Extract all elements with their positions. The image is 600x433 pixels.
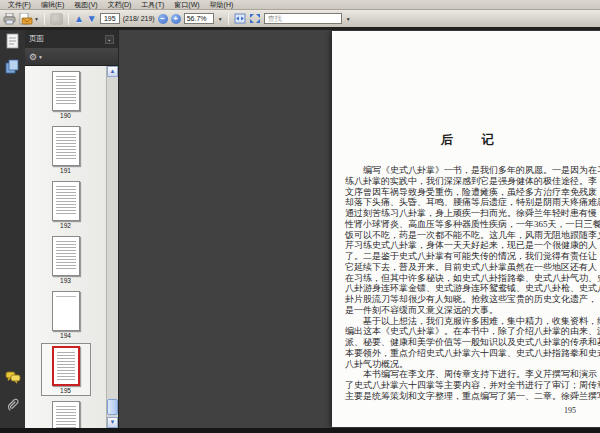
thumbnail-text-preview xyxy=(56,406,76,428)
page-thumbnail[interactable] xyxy=(52,71,80,111)
text-line: 文序曾因车祸导致身受重伤，险遭瘫痪，虽经多方治疗幸免残废， xyxy=(345,187,600,198)
page-number-input[interactable] xyxy=(100,13,120,24)
text-line: 主要是统筹策划和文字整理，重点编写了第一、二章。徐舜兰撰写 xyxy=(345,391,600,402)
text-line: 基于以上想法，我们克服许多困难，集中精力，收集资料，终于 xyxy=(345,316,600,327)
thumbnail-item: 191 xyxy=(41,123,91,176)
text-line: 性肾小球肾炎、高血压等多种器质性疾病，一年365天，一日三餐， xyxy=(345,219,600,230)
page-thumbnail[interactable] xyxy=(52,181,80,221)
attachments-panel-tab[interactable] xyxy=(6,396,19,416)
text-line: 是一件刻不容缓而又意义深远的大事。 xyxy=(345,305,600,316)
panel-toolbar: ⚙ ▼ xyxy=(25,48,118,66)
email-dropdown-caret[interactable]: ▼ xyxy=(34,16,39,22)
fit-page-button[interactable] xyxy=(249,12,261,26)
document-view[interactable]: 后 记 编写《史式八卦掌》一书，是我们多年的夙愿。一是因为在习练八卦掌的实践中，… xyxy=(119,30,600,428)
page-thumbnail[interactable] xyxy=(52,291,80,331)
page-title: 后 记 xyxy=(332,132,600,149)
options-gear-caret[interactable]: ▼ xyxy=(38,54,43,60)
thumbnail-text-preview xyxy=(57,352,75,380)
find-input[interactable] xyxy=(264,13,342,24)
text-line: 编写《史式八卦掌》一书，是我们多年的夙愿。一是因为在习 xyxy=(345,165,600,176)
panel-header: 页面 ▪ xyxy=(25,30,118,48)
previous-page-button[interactable]: ▲ xyxy=(74,12,84,26)
text-line: 它延续下去，普及开来。目前史式八卦掌虽然在一些地区还有人 xyxy=(345,262,600,273)
thumbnail-text-preview xyxy=(56,296,76,326)
thumbnail-item: 192 xyxy=(41,178,91,231)
thumbnail-item: 190 xyxy=(41,68,91,121)
menu-item[interactable]: 视图(V) xyxy=(69,0,102,10)
scroll-down-button[interactable]: ▼ xyxy=(107,417,118,428)
page-thumbnail[interactable] xyxy=(52,126,80,166)
thumbnail-list: 190 191 xyxy=(25,66,106,428)
page-thumbnail[interactable] xyxy=(52,346,80,386)
toolbar-separator xyxy=(44,13,45,25)
menu-item[interactable]: 窗口(W) xyxy=(169,0,204,10)
menu-item[interactable]: 文档(D) xyxy=(103,0,137,10)
thumbnail-page-label[interactable]: 191 xyxy=(52,167,80,174)
print-button[interactable] xyxy=(3,12,16,26)
menu-bar: 文件(F)编辑(E)视图(V)文档(D)工具(T)窗口(W)帮助(H) xyxy=(0,0,600,10)
text-line: 本要领外，重点介绍史式八卦掌六十四掌、史式八卦指路拳和史式 xyxy=(345,348,600,359)
page-thumbnail[interactable] xyxy=(52,236,80,276)
zoom-dropdown-caret[interactable]: ▼ xyxy=(218,16,223,22)
toolbar-separator xyxy=(68,13,69,25)
fit-width-button[interactable] xyxy=(234,12,246,26)
menu-item[interactable]: 文件(F) xyxy=(3,0,36,10)
page-body: 编写《史式八卦掌》一书，是我们多年的夙愿。一是因为在习练八卦掌的实践中，我们深深… xyxy=(332,165,600,402)
zoom-level-input[interactable] xyxy=(184,13,214,24)
panel-options-button[interactable]: ▪ xyxy=(105,35,114,44)
menu-item[interactable]: 帮助(H) xyxy=(205,0,239,10)
text-line: 八卦气功概况。 xyxy=(345,359,600,370)
thumbnail-selection: 191 xyxy=(41,123,91,176)
printed-page-number: 195 xyxy=(564,406,576,415)
thumbnail-item: 193 xyxy=(41,233,91,286)
email-button[interactable]: ▼ xyxy=(19,12,39,26)
disabled-tool-button xyxy=(50,12,63,26)
thumbnail-text-preview xyxy=(56,76,76,106)
scroll-up-button[interactable]: ▲ xyxy=(107,66,118,77)
thumbnail-selection: 195 xyxy=(41,343,91,396)
page-count-label: (218/ 219) xyxy=(123,15,155,22)
thumbnail-selection: 192 xyxy=(41,178,91,231)
options-gear-icon[interactable]: ⚙ xyxy=(29,52,37,62)
main-area: 页面 ▪ ⚙ ▼ 190 xyxy=(0,30,600,428)
thumbnail-selection: 193 xyxy=(41,233,91,286)
document-page: 后 记 编写《史式八卦掌》一书，是我们多年的夙愿。一是因为在习练八卦掌的实践中，… xyxy=(332,31,600,427)
menu-item[interactable]: 编辑(E) xyxy=(36,0,69,10)
thumbnail-item: 196 xyxy=(41,398,91,428)
navigation-tab-strip xyxy=(0,30,25,428)
scrollbar-thumb[interactable] xyxy=(107,399,118,415)
layers-panel-tab[interactable] xyxy=(5,59,20,78)
window-bottom-edge xyxy=(0,428,600,433)
thumbnail-item: 194 xyxy=(41,288,91,341)
text-line: 了。二是鉴于史式八卦掌有可能失传的情况，我们觉得有责任让 xyxy=(345,251,600,262)
thumbnail-scrollbar[interactable]: ▲ ▼ xyxy=(106,66,118,428)
thumbnail-text-preview xyxy=(56,241,76,271)
thumbnail-page-label[interactable]: 195 xyxy=(52,387,80,394)
thumbnail-text-preview xyxy=(56,186,76,216)
text-line: 派、秘要、健康和美学价值等一般知识以及史式八卦掌的传承和基 xyxy=(345,337,600,348)
menu-item[interactable]: 工具(T) xyxy=(136,0,169,10)
disabled-tool-icon xyxy=(50,13,63,25)
zoom-in-button[interactable]: + xyxy=(171,14,181,24)
thumbnail-page-label[interactable]: 194 xyxy=(52,332,80,339)
find-dropdown-caret[interactable]: ▼ xyxy=(346,16,351,22)
thumbnail-area: 190 191 xyxy=(25,66,118,428)
text-line: 练八卦掌的实践中，我们深深感到它是强身健体的极佳途径。李 xyxy=(345,176,600,187)
text-line: 了史式八卦掌六十四掌等主要内容，并对全书进行了审订；周传章 xyxy=(345,380,600,391)
pdf-reader-window: 文件(F)编辑(E)视图(V)文档(D)工具(T)窗口(W)帮助(H) ▼ ▲ … xyxy=(0,0,600,433)
next-page-button[interactable]: ▼ xyxy=(87,12,97,26)
thumbnail-item: 195 xyxy=(41,343,91,396)
pages-panel-tab[interactable] xyxy=(5,33,20,53)
thumbnail-page-label[interactable]: 190 xyxy=(52,112,80,119)
thumbnail-text-preview xyxy=(56,131,76,161)
text-line: 八卦游身连环掌金镖、史式游身连环鸳鸯钺、史式八卦枪、史式八 xyxy=(345,283,600,294)
page-thumbnail[interactable] xyxy=(52,401,80,428)
zoom-out-button[interactable]: − xyxy=(158,14,168,24)
panel-title: 页面 xyxy=(29,34,44,44)
text-line: 本书编写在李文序、周传章支持下进行。李义芹撰写和演示 xyxy=(345,369,600,380)
thumbnail-page-label[interactable]: 192 xyxy=(52,222,80,229)
thumbnail-page-label[interactable]: 193 xyxy=(52,277,80,284)
comments-panel-tab[interactable] xyxy=(5,370,21,388)
toolbar: ▼ ▲ ▼ (218/ 219) − + ▼ ▼ xyxy=(0,10,600,27)
thumbnail-selection: 190 xyxy=(41,68,91,121)
